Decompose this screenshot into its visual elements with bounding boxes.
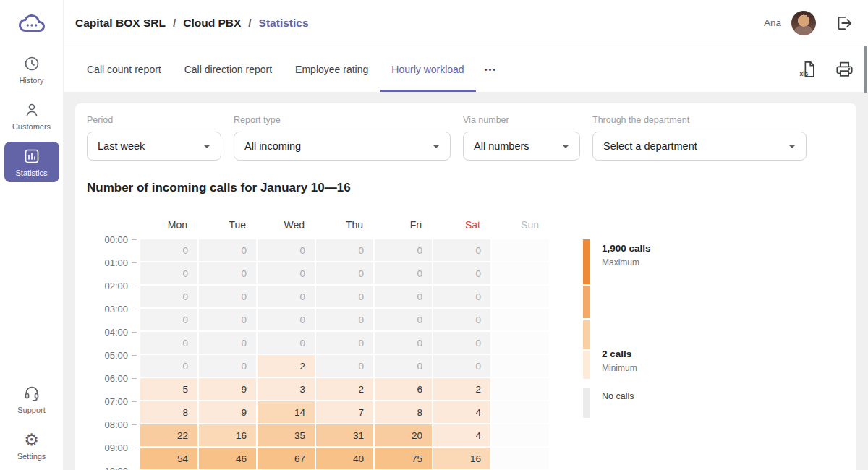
period-select[interactable]: Last week — [87, 132, 221, 161]
heatmap-body: 00:0001:0002:0003:0004:0005:0006:0007:00… — [87, 239, 845, 470]
heatmap-cell: 4 — [433, 424, 490, 446]
breadcrumb-product[interactable]: Cloud PBX — [183, 17, 241, 30]
day-header-row: MonTueWedThuFriSatSun — [140, 219, 845, 231]
legend-segment-low — [583, 351, 590, 379]
legend-segment-none — [583, 388, 590, 418]
heatmap-cell — [492, 448, 549, 469]
sidebar-item-settings[interactable]: ⚙︎ Settings — [4, 425, 59, 466]
day-header-mon: Mon — [140, 219, 197, 231]
filter-report-type: Report type All incoming — [234, 115, 451, 161]
heatmap-cell: 40 — [316, 448, 373, 469]
logout-icon[interactable] — [835, 14, 854, 33]
legend-min-value: 2 calls — [602, 349, 637, 359]
filter-label: Via number — [463, 115, 580, 125]
heatmap-cell: 5 — [140, 378, 197, 400]
heatmap-cell: 0 — [433, 286, 490, 307]
sidebar-item-statistics[interactable]: Statistics — [4, 142, 59, 182]
cloud-logo-icon — [17, 10, 47, 36]
select-value: All incoming — [244, 140, 301, 152]
heatmap-cell: 0 — [258, 262, 315, 284]
department-select[interactable]: Select a department — [592, 132, 807, 161]
heatmap-cell: 2 — [433, 378, 490, 400]
day-header-sun: Sun — [492, 219, 549, 231]
tab-employee-rating[interactable]: Employee rating — [284, 46, 380, 92]
heatmap-cell — [492, 309, 549, 330]
heatmap-cell: 3 — [258, 378, 315, 400]
sidebar-item-support[interactable]: Support — [4, 379, 59, 419]
sidebar-item-history[interactable]: History — [4, 49, 59, 90]
heatmap-cell: 0 — [199, 262, 256, 284]
report-card: Period Last week Report type All incomin… — [75, 103, 856, 470]
day-header-wed: Wed — [258, 219, 315, 231]
time-label: 01:00 — [104, 256, 137, 269]
time-label: 10:00 — [104, 464, 137, 470]
day-header-sat: Sat — [433, 219, 490, 231]
avatar[interactable] — [791, 11, 816, 35]
heatmap-cell: 35 — [258, 424, 315, 446]
heatmap-cell: 0 — [199, 309, 256, 330]
heatmap-cell: 0 — [375, 262, 432, 284]
heatmap-cell: 0 — [433, 309, 490, 330]
heatmap-cell: 4 — [433, 401, 490, 423]
heatmap-cell: 0 — [258, 286, 315, 307]
heatmap-cell: 0 — [375, 355, 432, 377]
heatmap-cell: 0 — [199, 355, 256, 377]
app-logo[interactable] — [15, 9, 48, 38]
tab-call-count-report[interactable]: Call count report — [75, 46, 173, 92]
legend-min: 2 calls Minimum — [602, 349, 637, 373]
tab-bar: Call count report Call direction report … — [64, 46, 868, 92]
heatmap-cell: 0 — [316, 309, 373, 330]
heatmap-cell: 0 — [433, 239, 490, 261]
heatmap-cell — [492, 262, 549, 284]
heatmap-cell — [492, 355, 549, 377]
scrollbar[interactable] — [864, 46, 867, 93]
sidebar-item-label: Statistics — [15, 168, 47, 177]
select-value: Last week — [98, 140, 145, 152]
chevron-down-icon — [203, 145, 210, 148]
report-type-select[interactable]: All incoming — [234, 132, 451, 161]
breadcrumb-separator: / — [173, 17, 176, 30]
heatmap-cell: 0 — [316, 286, 373, 307]
breadcrumb: Capital BOX SRL / Cloud PBX / Statistics — [75, 17, 309, 30]
headset-icon — [23, 385, 41, 402]
heatmap-cell: 2 — [316, 378, 373, 400]
heatmap-cell: 0 — [140, 332, 197, 354]
sidebar-item-label: History — [19, 76, 43, 85]
breadcrumb-separator: / — [248, 17, 251, 30]
heatmap-cell: 75 — [375, 448, 432, 469]
day-header-thu: Thu — [316, 219, 373, 231]
breadcrumb-company[interactable]: Capital BOX SRL — [75, 17, 166, 30]
heatmap-cell: 31 — [316, 424, 373, 446]
heatmap-cell: 9 — [199, 378, 256, 400]
export-xls-button[interactable]: xls — [799, 60, 817, 78]
legend-max-sub: Maximum — [602, 257, 651, 268]
heatmap-cell: 20 — [375, 424, 432, 446]
heatmap-cell: 0 — [258, 332, 315, 354]
heatmap-cell: 46 — [199, 448, 256, 469]
filters: Period Last week Report type All incomin… — [87, 115, 845, 161]
print-button[interactable] — [835, 60, 854, 78]
tab-actions: xls — [799, 60, 854, 78]
history-icon — [23, 55, 41, 72]
heatmap-cell: 54 — [140, 448, 197, 469]
heatmap-cell: 0 — [316, 239, 373, 261]
tab-hourly-workload[interactable]: Hourly workload — [380, 46, 475, 92]
heatmap-cell: 0 — [375, 239, 432, 261]
via-number-select[interactable]: All numbers — [463, 132, 580, 161]
day-header-fri: Fri — [375, 219, 432, 231]
heatmap-cell: 0 — [316, 332, 373, 354]
heatmap-grid: 0000000000000000000000000000000020005932… — [140, 239, 549, 470]
filter-label: Period — [87, 115, 221, 125]
sidebar-item-customers[interactable]: Customers — [4, 95, 59, 136]
chart-title: Number of incoming calls for January 10—… — [87, 181, 845, 195]
heatmap-cell: 8 — [375, 401, 432, 423]
heatmap-cell: 0 — [140, 355, 197, 377]
heatmap-cell — [492, 401, 549, 423]
breadcrumb-current: Statistics — [259, 17, 309, 30]
time-axis: 00:0001:0002:0003:0004:0005:0006:0007:00… — [87, 239, 140, 470]
header-right: Ana — [764, 11, 854, 35]
sidebar-item-label: Settings — [17, 452, 46, 461]
tab-call-direction-report[interactable]: Call direction report — [173, 46, 284, 92]
tab-more-button[interactable]: ••• — [476, 46, 506, 92]
legend-color-scale — [583, 239, 590, 418]
